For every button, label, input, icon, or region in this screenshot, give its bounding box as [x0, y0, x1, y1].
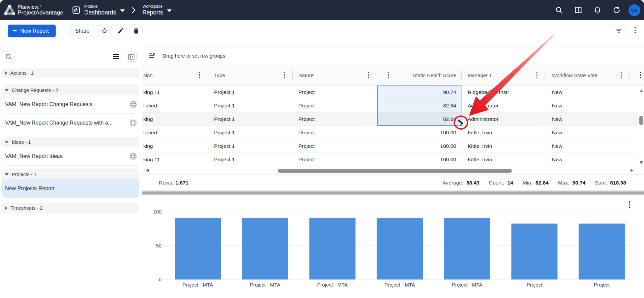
panel-splitter[interactable] [142, 191, 644, 195]
sidebar-search-input[interactable] [15, 52, 121, 61]
sidebar-report-item[interactable]: VAM_New Report Ideas [2, 147, 139, 165]
chevron-down-icon [5, 173, 9, 176]
vertical-scroll-thumb[interactable] [639, 116, 643, 125]
table-cell: New [546, 139, 630, 153]
horizontal-scroll-thumb[interactable] [278, 169, 512, 173]
chart-bar[interactable] [377, 218, 423, 279]
horizontal-scrollbar[interactable] [142, 166, 644, 175]
column-menu-icon[interactable] [536, 72, 537, 78]
chart-category-label: Project - MTA [182, 282, 213, 288]
row-group-panel[interactable]: Drag here to set row groups [142, 46, 644, 65]
chart-bar[interactable] [511, 224, 558, 279]
status-aggregate: Average:88.43 [442, 180, 479, 186]
column-menu-icon[interactable] [199, 72, 200, 78]
table-cell: Kittle, Irvin [462, 153, 546, 166]
sidebar-report-item[interactable]: VAM_New Report Change Requests with a... [2, 113, 139, 132]
table-cell: Project 1 [208, 99, 293, 112]
column-header-type[interactable]: Type [208, 65, 293, 86]
brand-line2: ProjectAdvantage [18, 10, 63, 16]
toolbar-kebab-icon[interactable] [635, 27, 636, 33]
chart-kebab-icon[interactable] [629, 201, 630, 208]
chart-bar[interactable] [579, 224, 625, 279]
collapse-panel-button[interactable] [126, 52, 137, 62]
sidebar-report-item[interactable]: New Projects Report [2, 179, 139, 198]
chevron-down-icon[interactable] [167, 9, 172, 12]
chart-bar[interactable] [242, 218, 288, 279]
chart-bar[interactable] [175, 218, 221, 279]
refresh-icon[interactable] [613, 6, 621, 14]
sidebar-group-header[interactable]: Timesheets - 2 [2, 203, 139, 213]
scroll-left-arrow[interactable] [146, 169, 149, 172]
column-header-label: Manager 1 [468, 72, 492, 78]
column-menu-icon[interactable] [368, 72, 369, 78]
chart-category-label: Project [594, 282, 610, 288]
avatar[interactable]: CE [628, 4, 640, 16]
favorite-button[interactable] [98, 25, 111, 37]
chart-category-label: Project - MTA [317, 282, 348, 288]
bell-icon[interactable] [593, 6, 602, 14]
book-icon[interactable] [574, 6, 582, 14]
sidebar-group-ideas: Ideas - 1VAM_New Report Ideas [2, 137, 139, 166]
table-row[interactable]: kingProject 1Project82.64AdministratorNe… [142, 112, 638, 126]
globe-icon [129, 101, 137, 108]
edit-button[interactable] [114, 25, 126, 37]
scroll-up-arrow[interactable] [640, 89, 643, 92]
column-menu-icon[interactable] [284, 72, 285, 78]
column-header-workflow-state-vote[interactable]: Workflow State Vote [546, 65, 630, 86]
sidebar-group-header[interactable]: Projects - 1 [2, 170, 139, 179]
column-header-label: Workflow State Vote [552, 72, 597, 78]
chart-ytick-label: 0 [159, 277, 162, 282]
grid-status-bar: Rows:1,671 Average:88.43Count:14Min:82.6… [142, 175, 644, 191]
planview-logo-icon [4, 5, 15, 15]
scroll-down-arrow[interactable] [640, 161, 643, 164]
search-icon[interactable] [555, 6, 563, 14]
table-row[interactable]: king 11Project 1Project90.74Ridgeback, E… [142, 86, 638, 99]
column-header-static-health-score[interactable]: Static Health Score [377, 65, 462, 86]
sidebar-report-item[interactable]: VAM_New Report Change Requests [2, 95, 139, 113]
chart-category-label: Project - MTA [250, 282, 281, 288]
table-cell: 82.64 [377, 112, 462, 126]
chart-category-label: Project - MTA [452, 282, 482, 288]
chevron-down-icon[interactable] [120, 9, 125, 12]
filter-button[interactable] [612, 24, 625, 37]
module-switcher[interactable]: Module Dashboards [72, 4, 125, 16]
filter-icon [615, 28, 622, 34]
column-menu-icon[interactable] [621, 72, 622, 78]
column-header-nature[interactable]: Nature [293, 65, 377, 86]
workspace-value: Reports [142, 9, 163, 16]
delete-button[interactable] [130, 25, 142, 37]
table-cell: king [142, 139, 208, 153]
table-cell: Project 1 [208, 112, 293, 126]
search-menu-icon[interactable] [113, 54, 119, 59]
vertical-scrollbar[interactable] [638, 86, 644, 166]
brand-logo[interactable]: Planview.® ProjectAdvantage [0, 4, 63, 16]
sidebar-group-header[interactable]: Change Requests - 2 [2, 86, 139, 95]
sidebar-group-label: Ideas - 1 [12, 139, 31, 145]
table-row[interactable]: lishedProject 1Project82.64Administrator… [142, 99, 638, 112]
globe-icon [129, 153, 137, 160]
sidebar-group-header[interactable]: Actions - 1 [2, 68, 139, 78]
table-row[interactable]: lishedProject 1Project100.00Kittle, Irvi… [142, 126, 638, 139]
chart-bar[interactable] [444, 218, 490, 279]
column-menu-icon[interactable] [388, 72, 389, 78]
grid-header-row: sionTypeNatureStatic Health ScoreManager… [142, 65, 644, 86]
scroll-right-arrow[interactable] [631, 169, 634, 172]
share-button[interactable]: Share [70, 25, 94, 37]
table-cell: Project 1 [208, 139, 293, 153]
column-menu-icon[interactable] [640, 72, 641, 78]
column-header-manager-[interactable]: Manager 1 [462, 65, 546, 86]
workspace-switcher[interactable]: Workspace Reports [142, 4, 172, 16]
column-header-clipped [630, 65, 644, 86]
sidebar-group-actions: Actions - 1 [2, 68, 139, 78]
status-aggregate-label: Max: [558, 180, 569, 186]
sidebar-group-header[interactable]: Ideas - 1 [2, 137, 139, 147]
new-report-button[interactable]: + New Report [8, 25, 56, 37]
table-cell: lished [142, 126, 208, 139]
table-row[interactable]: kingProject 1Project100.00Kittle, IrvinN… [142, 139, 638, 153]
table-row[interactable]: king 11Project 1Project100.00Kittle, Irv… [142, 153, 638, 166]
chart-bar[interactable] [309, 218, 355, 279]
brand-line1: Planview. [18, 4, 39, 10]
column-header-sion[interactable]: sion [142, 65, 208, 86]
sidebar-group-change-requests: Change Requests - 2VAM_New Report Change… [2, 85, 139, 132]
topbar-divider [68, 4, 68, 16]
